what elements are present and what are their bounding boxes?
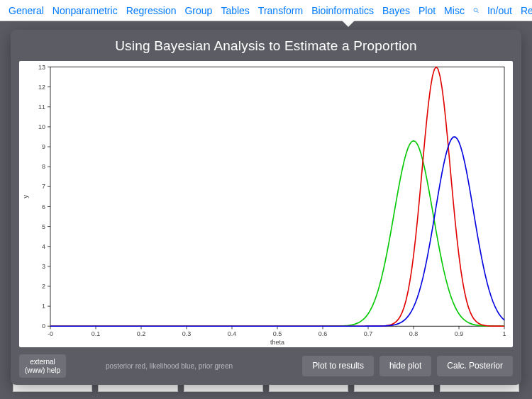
bayes-sheet: Using Bayesian Analysis to Estimate a Pr…: [11, 30, 521, 385]
svg-text:1: 1: [42, 303, 45, 310]
search-icon[interactable]: [469, 5, 483, 16]
curve-prior: [50, 141, 504, 327]
svg-text:0.5: 0.5: [273, 330, 282, 337]
plot-to-results-button[interactable]: Plot to results: [302, 356, 374, 377]
svg-line-1: [477, 11, 478, 13]
menu-plot[interactable]: Plot: [414, 5, 440, 16]
svg-text:-0: -0: [48, 330, 53, 337]
svg-text:0: 0: [42, 322, 45, 330]
menu-bar: GeneralNonparametricRegressionGroupTable…: [0, 0, 532, 21]
svg-text:6: 6: [42, 203, 45, 210]
menu-results[interactable]: Results: [516, 5, 532, 16]
menu-group[interactable]: Group: [180, 5, 216, 16]
sheet-footer: external (www) help posterior red, likel…: [19, 347, 513, 378]
svg-text:0.3: 0.3: [182, 330, 191, 337]
svg-text:theta: theta: [270, 339, 285, 346]
svg-text:y: y: [22, 195, 29, 198]
menu-in-out[interactable]: In/out: [483, 5, 516, 16]
menu-nonparametric[interactable]: Nonparametric: [48, 5, 122, 16]
svg-text:0.7: 0.7: [364, 330, 372, 337]
curve-posterior: [50, 67, 504, 327]
hide-plot-button[interactable]: hide plot: [379, 356, 431, 377]
menu-regression[interactable]: Regression: [122, 5, 181, 16]
menu-bioinformatics[interactable]: Bioinformatics: [307, 5, 378, 16]
menu-bayes[interactable]: Bayes: [378, 5, 414, 16]
external-help-button[interactable]: external (www) help: [19, 354, 66, 378]
menu-general[interactable]: General: [4, 5, 48, 16]
sheet-title: Using Bayesian Analysis to Estimate a Pr…: [19, 37, 513, 61]
menu-pointer: [342, 21, 355, 27]
svg-point-0: [474, 9, 477, 12]
plot-panel: -00.10.20.30.40.50.60.70.80.910123456789…: [19, 61, 513, 347]
menu-tables[interactable]: Tables: [216, 5, 253, 16]
svg-text:12: 12: [38, 84, 45, 91]
svg-text:11: 11: [38, 103, 45, 111]
svg-text:4: 4: [42, 243, 45, 250]
svg-text:0.4: 0.4: [228, 330, 236, 337]
menu-pointer-row: [0, 21, 532, 30]
svg-text:8: 8: [42, 163, 45, 170]
svg-rect-4: [50, 67, 504, 327]
svg-text:13: 13: [38, 63, 45, 70]
svg-text:1: 1: [503, 330, 506, 337]
svg-text:0.6: 0.6: [318, 330, 327, 337]
svg-text:3: 3: [42, 263, 45, 270]
chart-svg: -00.10.20.30.40.50.60.70.80.910123456789…: [19, 61, 513, 347]
menu-transform[interactable]: Transform: [254, 5, 307, 16]
svg-text:2: 2: [42, 283, 45, 290]
svg-text:0.1: 0.1: [92, 330, 100, 337]
calc-posterior-button[interactable]: Calc. Posterior: [437, 356, 513, 377]
legend-hint: posterior red, likelihood blue, prior gr…: [73, 362, 295, 370]
svg-text:10: 10: [38, 123, 45, 130]
svg-text:5: 5: [42, 223, 45, 230]
svg-text:9: 9: [42, 143, 45, 150]
svg-text:0.2: 0.2: [137, 330, 145, 337]
svg-text:0.9: 0.9: [455, 330, 463, 337]
svg-text:0.8: 0.8: [409, 330, 418, 337]
svg-text:7: 7: [42, 183, 45, 190]
menu-misc[interactable]: Misc: [440, 5, 469, 16]
